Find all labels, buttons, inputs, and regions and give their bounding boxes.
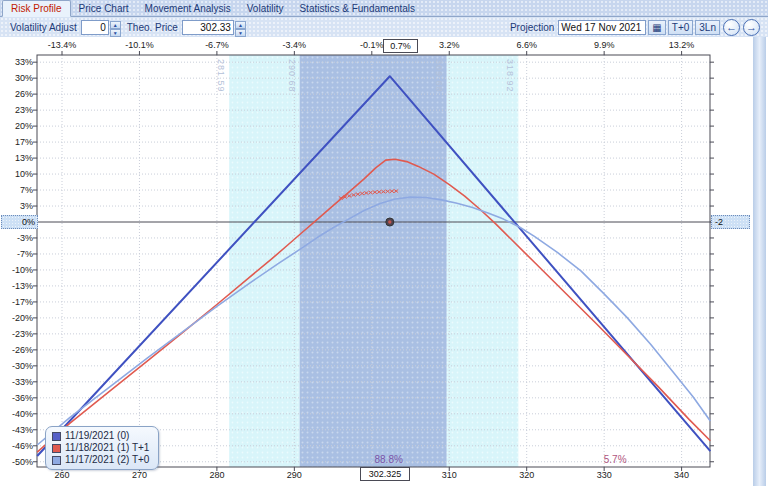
theo-price-label: Theo. Price bbox=[127, 22, 178, 33]
left-axis-tick-label: -43% bbox=[0, 425, 33, 435]
left-axis-tick-label: -50% bbox=[0, 457, 33, 467]
vertical-scrollbar[interactable] bbox=[753, 37, 766, 486]
top-axis-tick-label: 9.9% bbox=[579, 40, 629, 50]
left-axis-tick-label: -23% bbox=[0, 329, 33, 339]
legend-swatch-icon bbox=[52, 432, 61, 441]
bottom-axis-tick-label: 340 bbox=[657, 470, 707, 480]
crosshair-right-readout: -2 bbox=[711, 215, 750, 229]
legend-label: 11/19/2021 (0) bbox=[65, 430, 129, 442]
top-axis-tick-label: 3.2% bbox=[424, 40, 474, 50]
top-axis-tick-label: -10.1% bbox=[114, 40, 164, 50]
left-axis-tick-label: -26% bbox=[0, 345, 33, 355]
theo-price-input[interactable] bbox=[183, 22, 233, 33]
left-axis-tick-label: 33% bbox=[0, 57, 33, 67]
calendar-button[interactable]: ▦ bbox=[648, 20, 665, 35]
left-axis-tick-label: 13% bbox=[0, 153, 33, 163]
band-edge-price-label: 318.92 bbox=[505, 59, 515, 93]
legend-label: 11/17/2021 (2) T+0 bbox=[65, 454, 149, 466]
projection-date-field bbox=[558, 20, 646, 35]
bottom-axis-tick-label: 330 bbox=[579, 470, 629, 480]
chart-legend: 11/19/2021 (0)11/18/2021 (1) T+111/17/20… bbox=[45, 426, 159, 470]
top-axis-tick-label: -6.7% bbox=[192, 40, 242, 50]
left-axis-tick-label: -20% bbox=[0, 313, 33, 323]
volatility-adjust-field bbox=[81, 20, 109, 35]
legend-item[interactable]: 11/18/2021 (1) T+1 bbox=[52, 442, 149, 454]
left-axis-tick-label: -36% bbox=[0, 393, 33, 403]
left-axis-tick-label: -17% bbox=[0, 297, 33, 307]
t-plus-toggle-button[interactable]: T+0 bbox=[668, 20, 694, 35]
spinner-up-icon[interactable]: ▲ bbox=[110, 21, 121, 29]
bottom-axis-tick-label: 270 bbox=[114, 470, 164, 480]
projection-date-input[interactable] bbox=[559, 22, 645, 33]
left-axis-tick-label: -46% bbox=[0, 441, 33, 451]
top-axis-tick-label: 6.6% bbox=[502, 40, 552, 50]
legend-label: 11/18/2021 (1) T+1 bbox=[65, 442, 149, 454]
top-axis-tick-label: -13.4% bbox=[37, 40, 87, 50]
tab-movement-analysis[interactable]: Movement Analysis bbox=[137, 1, 239, 16]
tab-price-chart[interactable]: Price Chart bbox=[71, 1, 137, 16]
lines-mode-button[interactable]: 3Ln bbox=[695, 20, 720, 35]
left-axis-tick-label: -30% bbox=[0, 361, 33, 371]
volatility-adjust-input[interactable] bbox=[82, 22, 108, 33]
probability-label: 5.7% bbox=[604, 454, 627, 465]
tab-volatility[interactable]: Volatility bbox=[239, 1, 292, 16]
toolbar: Volatility Adjust ▲▼ Theo. Price ▲▼ Proj… bbox=[0, 17, 768, 37]
bottom-axis-tick-label: 320 bbox=[502, 470, 552, 480]
left-axis-tick-label: 17% bbox=[0, 137, 33, 147]
arrow-right-icon: → bbox=[746, 21, 757, 33]
volatility-adjust-label: Volatility Adjust bbox=[10, 22, 77, 33]
band-edge-price-label: 281.59 bbox=[216, 59, 226, 93]
band-edge-price-label: 290.68 bbox=[287, 59, 297, 93]
theo-price-field bbox=[182, 20, 234, 35]
projection-label: Projection bbox=[510, 22, 554, 33]
spinner-down-icon[interactable]: ▼ bbox=[235, 29, 246, 37]
bottom-axis-tick-label: 280 bbox=[192, 470, 242, 480]
left-axis-tick-label: -7% bbox=[0, 249, 33, 259]
step-back-button[interactable]: ← bbox=[723, 19, 740, 36]
left-axis-tick-label: 26% bbox=[0, 89, 33, 99]
risk-profile-window: { "tabs": { "items": [ {"label": "Risk P… bbox=[0, 0, 768, 486]
left-axis-tick-label: 7% bbox=[0, 185, 33, 195]
top-axis-tick-label: -3.4% bbox=[269, 40, 319, 50]
probability-label: 88.8% bbox=[375, 454, 403, 465]
left-axis-tick-label: 20% bbox=[0, 121, 33, 131]
theo-price-spinner[interactable]: ▲▼ bbox=[235, 21, 246, 34]
top-axis-tick-label: 13.2% bbox=[657, 40, 707, 50]
chart-panel bbox=[0, 37, 768, 486]
left-axis-tick-label: 30% bbox=[0, 73, 33, 83]
calendar-icon: ▦ bbox=[652, 22, 661, 33]
crosshair-top-readout: 0.7% bbox=[383, 39, 418, 53]
left-axis-tick-label: -10% bbox=[0, 265, 33, 275]
left-axis-tick-label: -33% bbox=[0, 377, 33, 387]
tab-statistics-fundamentals[interactable]: Statistics & Fundamentals bbox=[291, 1, 423, 16]
left-axis-tick-label: -13% bbox=[0, 281, 33, 291]
legend-swatch-icon bbox=[52, 456, 61, 465]
step-forward-button[interactable]: → bbox=[743, 19, 760, 36]
crosshair-bottom-readout: 302.325 bbox=[360, 467, 410, 481]
arrow-left-icon: ← bbox=[726, 21, 737, 33]
left-axis-tick-label: 3% bbox=[0, 201, 33, 211]
tab-bar: Risk ProfilePrice ChartMovement Analysis… bbox=[0, 0, 768, 17]
bottom-axis-tick-label: 310 bbox=[424, 470, 474, 480]
left-axis-tick-label: 10% bbox=[0, 169, 33, 179]
spinner-down-icon[interactable]: ▼ bbox=[110, 29, 121, 37]
tab-risk-profile[interactable]: Risk Profile bbox=[2, 0, 71, 17]
crosshair-left-readout: 0% bbox=[1, 215, 38, 229]
left-axis-tick-label: -3% bbox=[0, 233, 33, 243]
legend-swatch-icon bbox=[52, 444, 61, 453]
band-edge-price-label: 309.68 bbox=[434, 59, 444, 93]
bottom-axis-tick-label: 290 bbox=[269, 470, 319, 480]
spinner-up-icon[interactable]: ▲ bbox=[235, 21, 246, 29]
volatility-adjust-spinner[interactable]: ▲▼ bbox=[110, 21, 121, 34]
left-axis-tick-label: 23% bbox=[0, 105, 33, 115]
bottom-axis-tick-label: 260 bbox=[37, 470, 87, 480]
legend-item[interactable]: 11/19/2021 (0) bbox=[52, 430, 149, 442]
left-axis-tick-label: -40% bbox=[0, 409, 33, 419]
legend-item[interactable]: 11/17/2021 (2) T+0 bbox=[52, 454, 149, 466]
